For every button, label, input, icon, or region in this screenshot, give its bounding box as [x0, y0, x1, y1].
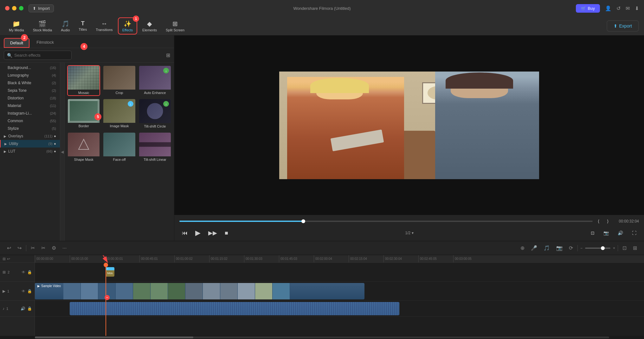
search-input[interactable]	[4, 51, 72, 60]
clip-thumb-12	[255, 283, 273, 299]
sidebar-item-lomography[interactable]: Lomography (4)	[0, 72, 60, 79]
app-title: Wondershare Filmora (Untitled)	[293, 6, 351, 11]
import-button[interactable]: ⬆ Import	[29, 4, 54, 12]
toolbar-my-media[interactable]: 📁 My Media	[5, 18, 28, 34]
toolbar-audio[interactable]: 🎵 Audio	[57, 18, 74, 34]
chevron-utility-icon: ▶	[4, 142, 7, 146]
effect-clip-mosaic[interactable]: + Mos	[106, 267, 114, 277]
ruler-0: 00:00:00:00	[35, 255, 53, 262]
effect-shape-mask[interactable]: Shape Mask	[67, 132, 100, 163]
stop-button[interactable]: ■	[222, 229, 231, 238]
zoom-slider[interactable]	[585, 248, 610, 249]
delete-button[interactable]: ✂	[29, 244, 37, 252]
snap-button[interactable]: 📷	[554, 244, 564, 252]
sidebar-item-stylize[interactable]: Stylize (5)	[0, 125, 60, 132]
collapse-panel-button[interactable]: ◀	[60, 63, 65, 241]
fullscreen-exit-button[interactable]: ⊡	[588, 229, 597, 237]
video-clip[interactable]: ▶ Sample Video	[35, 283, 364, 299]
arrow-icon[interactable]: ↩	[7, 257, 10, 261]
sidebar-group-overlays[interactable]: ▶ Overlays (111) ●	[0, 132, 60, 140]
sidebar-item-background[interactable]: Background... (16)	[0, 64, 60, 72]
audio-lock-icon[interactable]: 🔒	[27, 306, 32, 311]
grid-view-icon[interactable]: ⊞	[166, 52, 170, 58]
effect-tilt-circle[interactable]: ↓ Tilt-shift Circle	[138, 98, 171, 129]
sidebar-item-sepia[interactable]: Sepia Tone (2)	[0, 87, 60, 94]
collapse-icon: ◀	[61, 150, 64, 154]
effect-mosaic[interactable]: Mosaic	[67, 65, 100, 96]
add-track-button[interactable]: ⊕	[518, 244, 526, 252]
effect-crop[interactable]: Crop	[103, 65, 136, 96]
screenshot-button[interactable]: 📷	[601, 229, 611, 237]
skip-back-button[interactable]: ⏮	[179, 229, 190, 238]
next-frame-button[interactable]: ⟩	[604, 217, 611, 225]
fit-button[interactable]: ⊡	[621, 244, 628, 252]
close-button[interactable]	[5, 6, 10, 10]
download-icon[interactable]: ⬇	[635, 5, 639, 11]
more-button[interactable]: ···	[61, 244, 68, 252]
grid-button[interactable]: ⊞	[631, 244, 639, 252]
music-button[interactable]: 🎵	[542, 244, 552, 252]
scrollbar-thumb[interactable]	[35, 336, 193, 338]
refresh-icon[interactable]: ↺	[616, 5, 621, 11]
sidebar-item-material-count: (11)	[50, 104, 56, 108]
effect-face-off[interactable]: Face-off	[103, 132, 136, 163]
effect-auto-enhance[interactable]: ↓ Auto Enhance	[138, 65, 171, 96]
prev-frame-button[interactable]: ⟨	[595, 217, 602, 225]
clip-thumb-1	[63, 283, 81, 299]
toolbar-split-screen[interactable]: ⊞ Split Screen	[162, 18, 188, 34]
effect-image-mask[interactable]: ↓ Image Mask	[103, 98, 136, 129]
sidebar-item-black-white[interactable]: Black & White (2)	[0, 79, 60, 87]
video-lock-icon[interactable]: 🔒	[27, 289, 32, 293]
toolbar-elements[interactable]: ◆ Elements	[138, 18, 161, 34]
audio-track-button[interactable]: 🎤	[529, 244, 539, 252]
track2-lock-icon[interactable]: 🔒	[27, 270, 32, 274]
scrollbar-track[interactable]	[35, 336, 609, 338]
toolbar-elements-label: Elements	[142, 28, 157, 32]
sidebar-item-distortion[interactable]: Distortion (18)	[0, 94, 60, 102]
tab-filmstock[interactable]: Filmstock	[31, 38, 60, 48]
play-button[interactable]: ▶	[193, 228, 203, 238]
undo-button[interactable]: ↩	[5, 244, 13, 252]
effect-tilt-linear[interactable]: Tilt-shift Linear	[138, 132, 171, 163]
auto-button[interactable]: ⟳	[567, 244, 575, 252]
sidebar-item-common[interactable]: Common (55)	[0, 117, 60, 125]
timeline-tracks[interactable]: 00:00:00:00 00:00:15:00 00:00:30:01 00:0…	[35, 255, 644, 336]
mail-icon[interactable]: ✉	[626, 5, 630, 11]
sidebar-item-bw-label: Black & White	[8, 81, 52, 85]
settings-button[interactable]: ⚙	[50, 244, 58, 252]
video-eye-icon[interactable]: 👁	[22, 289, 25, 293]
zoom-plus-icon[interactable]: +	[613, 246, 615, 250]
toolbar-stock-media[interactable]: 🎬 Stock Media	[29, 18, 56, 34]
audio-eye-icon[interactable]: 🔊	[21, 306, 25, 311]
toolbar-titles[interactable]: T Titles	[75, 18, 91, 33]
sidebar-item-material[interactable]: Material (11)	[0, 102, 60, 110]
timeline-scrollbar[interactable]	[0, 336, 644, 339]
toolbar-transitions[interactable]: ↔ Transitions	[92, 18, 116, 34]
zoom-minus-icon[interactable]: −	[580, 246, 583, 250]
fullscreen-button[interactable]: ⛶	[629, 229, 639, 237]
sidebar-item-instagram[interactable]: Instagram-Li... (24)	[0, 110, 60, 117]
snap-icon[interactable]: ⊞	[3, 257, 6, 261]
sidebar-group-lut[interactable]: ▶ LUT (66) ●	[0, 148, 60, 155]
track2-eye-icon[interactable]: 👁	[22, 270, 25, 274]
overlays-count: (111)	[44, 134, 53, 138]
effect-tilt-circle-label: Tilt-shift Circle	[144, 123, 166, 129]
redo-button[interactable]: ↪	[16, 244, 23, 252]
minimize-button[interactable]	[12, 6, 16, 10]
user-icon[interactable]: 👤	[605, 5, 611, 11]
progress-bar[interactable]	[179, 221, 593, 222]
sidebar-group-utility[interactable]: 3 ▶ Utility (9) ●	[0, 140, 60, 148]
speed-dropdown-icon[interactable]: ▾	[412, 231, 414, 235]
export-button[interactable]: ⬆ Export	[607, 20, 639, 32]
video-track-icon: ▶	[3, 289, 5, 293]
toolbar-effects[interactable]: 1 ✨ Effects	[118, 17, 137, 35]
maximize-button[interactable]	[19, 6, 23, 10]
progress-thumb[interactable]	[301, 219, 305, 223]
cut-button[interactable]: ✂	[39, 244, 47, 252]
play-forward-button[interactable]: ▶▶	[206, 228, 220, 238]
buy-button[interactable]: 🛒 Buy	[576, 4, 600, 13]
volume-button[interactable]: 🔊	[615, 229, 626, 237]
effect-clip-plus-icon: +	[107, 267, 108, 270]
track-labels: ⊞ ↩ ⊞ 2 👁 🔒 ▶ 1 👁 🔒 ♪ 1 🔊 🔒	[0, 255, 35, 336]
preview-area: ⟨ ⟩ 00:00:32:04 ⏮ ▶ ▶▶ ■ 1/2 ▾ ⊡ �	[174, 35, 644, 241]
